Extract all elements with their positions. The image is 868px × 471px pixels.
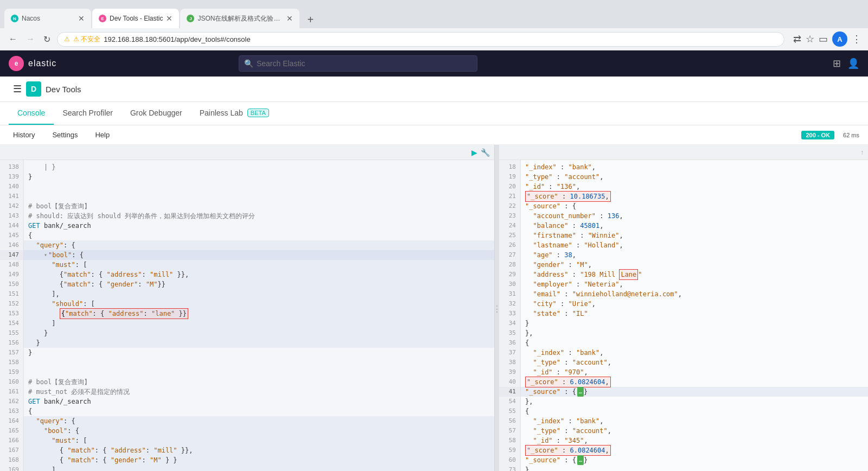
devtools-title: Dev Tools <box>46 85 81 94</box>
profile-avatar[interactable]: A <box>832 31 847 47</box>
rl-28: "gender" : "M", <box>521 260 868 270</box>
nav-forward-button[interactable]: → <box>24 32 37 46</box>
line-num-140: 140 <box>0 182 23 192</box>
search-icon: 🔍 <box>244 59 253 68</box>
pane-divider[interactable] <box>495 145 499 471</box>
tab-devtools[interactable]: E Dev Tools - Elastic ✕ <box>92 9 179 28</box>
code-line-149: {"match": { "address": "mill" }}, <box>24 270 494 279</box>
rln-60: 60 <box>499 455 520 465</box>
tab-close-json[interactable]: ✕ <box>286 14 293 23</box>
code-line-142: # bool【复合查询】 <box>24 201 494 211</box>
code-line-168: { "match": { "gender": "M" } } <box>24 455 494 465</box>
rln-27: 27 <box>499 250 520 260</box>
line-num-157: 157 <box>0 348 23 358</box>
translate-icon[interactable]: ⇄ <box>793 33 801 45</box>
code-line-157: } <box>24 348 494 358</box>
security-warning-label: ⚠ 不安全 <box>73 35 100 44</box>
editor-body[interactable]: 138 139 140 141 142 143 144 145 146 147 … <box>0 160 494 471</box>
editor-pane: ▶ 🔧 138 139 140 141 142 143 144 145 146 … <box>0 145 495 471</box>
rl-30: "employer" : "Neteria", <box>521 279 868 289</box>
rl-56: "_index" : "bank", <box>521 416 868 426</box>
rln-58: 58 <box>499 436 520 445</box>
line-numbers: 138 139 140 141 142 143 144 145 146 147 … <box>0 160 24 471</box>
nav-back-button[interactable]: ← <box>7 32 20 46</box>
line-num-152: 152 <box>0 299 23 309</box>
rln-28: 28 <box>499 260 520 270</box>
bookmark-icon[interactable]: ☆ <box>806 33 814 45</box>
tab-label-devtools: Dev Tools - Elastic <box>110 15 163 22</box>
tab-nacos[interactable]: N Nacos ✕ <box>4 9 91 28</box>
line-num-142: 142 <box>0 201 23 211</box>
code-line-161: # must_not 必须不是指定的情况 <box>24 387 494 397</box>
tab-json[interactable]: J JSON在线解析及格式化验证 - ✕ <box>180 9 299 28</box>
new-tab-button[interactable]: + <box>303 11 318 28</box>
tab-grok-debugger[interactable]: Grok Debugger <box>122 102 191 125</box>
rln-34: 34 <box>499 319 520 328</box>
status-ok-badge: 200 - OK <box>801 131 834 139</box>
rl-41: "_source" : {…} <box>521 387 868 397</box>
rln-35: 35 <box>499 328 520 338</box>
line-num-156: 156 <box>0 338 23 348</box>
history-button[interactable]: History <box>9 129 39 141</box>
sidebar-menu-button[interactable]: ☰ <box>9 77 26 101</box>
rl-39: "_id" : "970", <box>521 367 868 377</box>
header-right-icons: ⊞ 👤 <box>833 58 859 69</box>
main-content: ▶ 🔧 138 139 140 141 142 143 144 145 146 … <box>0 145 868 471</box>
search-bar[interactable]: 🔍 <box>239 55 477 72</box>
cast-icon[interactable]: ▭ <box>819 33 828 45</box>
code-content[interactable]: | } } # bool【复合查询】 # should: 应该达到 should… <box>24 160 494 471</box>
code-line-156: } <box>24 338 494 348</box>
line-num-163: 163 <box>0 406 23 416</box>
tab-favicon-devtools: E <box>99 15 106 22</box>
tab-painless-lab[interactable]: Painless Lab BETA <box>191 102 278 125</box>
help-button[interactable]: Help <box>91 129 114 141</box>
user-icon[interactable]: 👤 <box>847 58 859 69</box>
search-input[interactable] <box>239 55 477 72</box>
tabs-row: Console Search Profiler Grok Debugger Pa… <box>0 102 868 125</box>
code-line-153: {"match": { "address": "lane" }} <box>24 309 494 319</box>
address-bar-row: ← → ↻ ⚠ ⚠ 不安全 192.168.188.180:5601/app/d… <box>0 28 868 50</box>
nav-refresh-button[interactable]: ↻ <box>41 32 53 47</box>
line-num-151: 151 <box>0 289 23 299</box>
rl-73: }, <box>521 465 868 471</box>
browser-menu-icon[interactable]: ⋮ <box>852 33 861 45</box>
rln-32: 32 <box>499 299 520 309</box>
run-icon[interactable]: ▶ <box>471 148 477 157</box>
code-line-162: GET bank/_search <box>24 397 494 406</box>
code-line-152: "should": [ <box>24 299 494 309</box>
code-line-166: "must": [ <box>24 436 494 445</box>
rl-25: "firstname" : "Winnie", <box>521 231 868 240</box>
result-code: "_index" : "bank", "_type" : "account", … <box>521 160 868 471</box>
rln-36: 36 <box>499 338 520 348</box>
code-line-148: "must": [ <box>24 260 494 270</box>
rl-54: }, <box>521 397 868 406</box>
code-line-146: "query": { <box>24 240 494 250</box>
code-line-138: | } <box>24 162 494 172</box>
result-body[interactable]: 18 19 20 21 22 23 24 25 26 27 28 29 30 3… <box>499 160 868 471</box>
address-bar[interactable]: ⚠ ⚠ 不安全 192.168.188.180:5601/app/dev_too… <box>57 32 784 47</box>
rln-33: 33 <box>499 309 520 319</box>
code-line-158 <box>24 358 494 367</box>
result-header: ↑ <box>499 145 868 160</box>
rln-29: 29 <box>499 270 520 279</box>
rl-58: "_id" : "345", <box>521 436 868 445</box>
code-line-143: # should: 应该达到 should 列举的条件，如果达到会增加相关文档的… <box>24 211 494 221</box>
rln-20: 20 <box>499 182 520 192</box>
tab-console[interactable]: Console <box>9 102 54 125</box>
elastic-logo[interactable]: e elastic <box>9 56 56 71</box>
time-badge: 62 ms <box>843 132 859 138</box>
rln-37: 37 <box>499 348 520 358</box>
tab-close-nacos[interactable]: ✕ <box>78 14 85 23</box>
line-num-164: 164 <box>0 416 23 426</box>
editor-header: ▶ 🔧 <box>0 145 494 160</box>
tab-search-profiler[interactable]: Search Profiler <box>54 102 122 125</box>
rln-57: 57 <box>499 426 520 436</box>
rln-18: 18 <box>499 162 520 172</box>
tab-close-devtools[interactable]: ✕ <box>166 14 173 23</box>
tab-label-nacos: Nacos <box>22 15 40 22</box>
line-num-145: 145 <box>0 231 23 240</box>
wrench-icon[interactable]: 🔧 <box>481 148 490 157</box>
rln-25: 25 <box>499 231 520 240</box>
settings-button[interactable]: Settings <box>48 129 82 141</box>
screen-icon[interactable]: ⊞ <box>833 58 841 69</box>
